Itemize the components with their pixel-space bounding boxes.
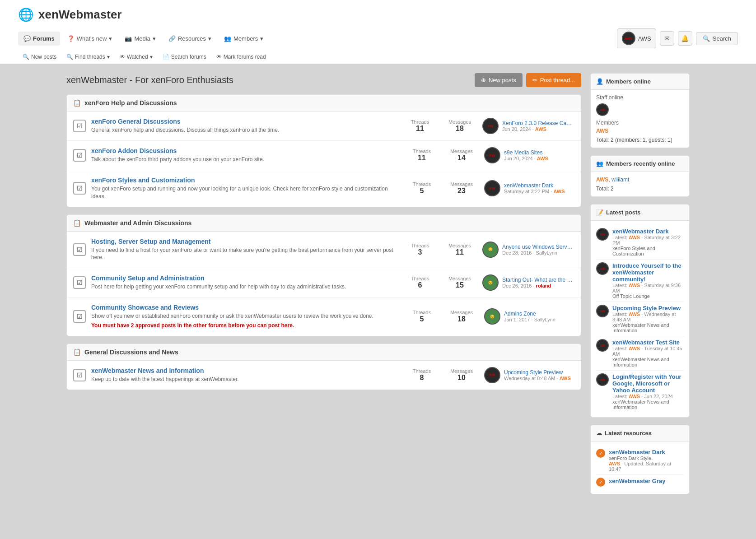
latest-title-7[interactable]: Upcoming Style Preview [504,369,571,376]
search-button[interactable]: 🔍 Search [696,32,738,45]
latest-title-4[interactable]: Anyone use Windows Servers [502,244,574,250]
mail-icon-button[interactable]: ✉ [660,31,674,46]
latest-posts-content: XW xenWebmaster Dark Latest: AWS · Satur… [591,221,689,417]
user-label: AWS [638,35,651,42]
post-avatar-2: XW [596,262,609,275]
forum-desc-7: Keep up to date with the latest happenin… [91,376,399,383]
recently-williamt-link[interactable]: williamt [611,177,629,183]
post-title-1[interactable]: xenWebmaster Dark [612,228,684,235]
nav-item-members[interactable]: 👥 Members ▾ [219,32,269,46]
forum-checkbox-2: ☑ [73,149,86,162]
resource-meta-1: AWS · Updated: Saturday at 10:47 [609,461,684,472]
latest-avatar-1: XW [482,118,499,134]
latest-title-2[interactable]: s9e Media Sites [504,149,548,156]
user-menu-button[interactable]: AWS AWS [617,28,656,48]
members-online-header: 👤 Members online [591,74,689,90]
table-row: ☑ xenForo General Discussions General xe… [67,112,581,141]
post-thread-icon: ✏ [532,77,537,84]
subnav-search-forums[interactable]: 📄 Search forums [158,51,211,64]
nav-item-resources[interactable]: 🔗 Resources ▾ [163,32,217,46]
watched-icon: 👁 [120,54,125,60]
search-label: Search [713,35,731,42]
nav-item-whats-new[interactable]: ❓ What's new ▾ [62,32,118,46]
site-logo: 🌐 xenWebmaster [18,7,738,22]
forum-latest-5: 😊 Starting Out- What are the do's and do… [482,274,574,291]
threads-stat-3: Threads 5 [408,181,435,195]
forum-desc-5: Post here for help getting your xenForo … [91,283,397,291]
forum-stats-3: Threads 5 Messages 23 [408,181,475,195]
forum-desc-3: You got xenForo setup and running and no… [91,185,399,200]
resource-title-1[interactable]: xenWebmaster Dark [609,449,684,455]
forum-latest-4: 😊 Anyone use Windows Servers Dec 28, 201… [482,242,574,258]
section-header-webmaster: 📋 Webmaster and Admin Discussions [67,215,581,232]
member-aws-link[interactable]: AWS [596,128,684,134]
user-avatar: AWS [622,32,635,45]
post-thread-button[interactable]: ✏ Post thread... [526,73,581,87]
post-title-4[interactable]: xenWebmaster Test Site [612,339,684,346]
post-title-3[interactable]: Upcoming Style Preview [612,305,684,311]
messages-stat-5: Messages 15 [446,276,473,289]
forum-title-6[interactable]: Community Showcase and Reviews [91,304,399,311]
nav-left: 💬 Forums ❓ What's new ▾ 📷 Media ▾ 🔗 Reso… [18,32,269,46]
bell-icon-button[interactable]: 🔔 [678,31,692,46]
forum-stats-4: Threads 3 Messages 11 [406,243,473,256]
latest-resources-box: ☁ Latest resources ✓ xenWebmaster Dark x… [590,425,690,494]
threads-stat-2: Threads 11 [408,149,435,162]
subnav-find-threads[interactable]: 🔍 Find threads ▾ [62,51,114,64]
latest-info-4: Anyone use Windows Servers Dec 28, 2016 … [502,244,574,256]
sub-nav: 🔍 New posts 🔍 Find threads ▾ 👁 Watched ▾… [18,48,738,64]
threads-stat-5: Threads 6 [406,276,434,289]
forum-latest-6: 😊 Admins Zone Jan 1, 2017 · SallyLynn [484,308,574,325]
new-posts-btn-label: New posts [489,77,516,84]
forum-title-4[interactable]: Hosting, Server Setup and Management [91,238,397,245]
forum-stats-2: Threads 11 Messages 14 [408,149,475,162]
post-title-2[interactable]: Introduce Yourself to the xenWebmaster c… [612,262,684,283]
nav-bar: 💬 Forums ❓ What's new ▾ 📷 Media ▾ 🔗 Reso… [18,28,738,48]
latest-posts-title: Latest posts [606,209,641,216]
section-title-general: General Discussions and News [84,348,178,356]
subnav-label-search-forums: Search forums [171,54,206,60]
forum-title-2[interactable]: xenForo Addon Discussions [91,147,399,154]
latest-title-5[interactable]: Starting Out- What are the do's and don'… [502,277,574,283]
forum-info-3: xenForo Styles and Customization You got… [91,177,399,200]
post-sub-4: xenWebmaster News and Information [612,357,684,367]
subnav-new-posts[interactable]: 🔍 New posts [18,51,61,64]
staff-avatars: XW [596,103,684,116]
forum-title-5[interactable]: Community Setup and Administration [91,274,397,282]
new-posts-button[interactable]: ⊕ New posts [475,73,523,87]
list-item: XW xenWebmaster Test Site Latest: AWS · … [596,336,684,371]
recently-online-members: AWS, williamt [596,177,684,183]
main-container: xenWebmaster - For xenForo Enthusiasts ⊕… [48,64,708,511]
forum-section-webmaster-admin: 📋 Webmaster and Admin Discussions ☑ Host… [66,214,581,336]
subnav-mark-read[interactable]: 👁 Mark forums read [212,51,271,64]
forum-checkbox-3: ☑ [73,182,86,195]
threads-stat-7: Threads 8 [408,368,435,382]
staff-avatar-aws[interactable]: XW [596,103,609,116]
forum-title-1[interactable]: xenForo General Discussions [91,118,397,125]
list-item: ✓ xenWebmaster Gray [596,475,684,489]
latest-title-6[interactable]: Admins Zone [504,311,555,317]
post-avatar-3: XW [596,305,609,317]
post-meta-4: Latest: AWS · Tuesday at 10:45 AM [612,346,684,357]
post-info-2: Introduce Yourself to the xenWebmaster c… [612,262,684,299]
post-title-5[interactable]: Login/Register with Your Google, Microso… [612,373,684,394]
nav-item-media[interactable]: 📷 Media ▾ [119,32,161,46]
resource-info-2: xenWebmaster Gray [609,478,666,484]
latest-meta-1: Jun 20, 2024 · AWS [502,126,574,132]
forum-info-1: xenForo General Discussions General xenF… [91,118,397,134]
table-row: ☑ Community Setup and Administration Pos… [67,268,581,297]
latest-info-7: Upcoming Style Preview Wednesday at 8:48… [504,369,571,381]
forum-title-3[interactable]: xenForo Styles and Customization [91,177,399,184]
forum-info-4: Hosting, Server Setup and Management If … [91,238,397,262]
nav-item-forums[interactable]: 💬 Forums [18,32,60,46]
forum-title-7[interactable]: xenWebmaster News and Information [91,367,399,374]
post-avatar-1: XW [596,228,609,241]
recently-aws-link[interactable]: AWS [596,177,608,183]
section-title-webmaster: Webmaster and Admin Discussions [84,219,191,227]
latest-title-3[interactable]: xenWebmaster Dark [504,182,565,189]
new-posts-icon: 🔍 [23,54,29,60]
resource-title-2[interactable]: xenWebmaster Gray [609,478,666,484]
subnav-watched[interactable]: 👁 Watched ▾ [115,51,157,64]
latest-title-1[interactable]: XenForo 2.3.0 Release Candidate 4 & Add-… [502,120,574,126]
post-meta-3: Latest: AWS · Wednesday at 8:48 AM [612,311,684,322]
